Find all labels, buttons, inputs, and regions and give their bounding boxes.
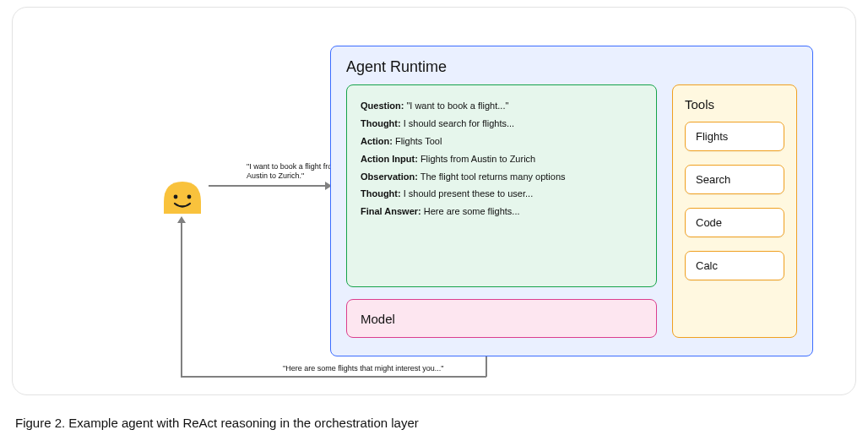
reasoning-box: Question: "I want to book a flight..." T… bbox=[346, 84, 657, 287]
reasoning-row: Question: "I want to book a flight..." bbox=[361, 97, 643, 115]
reasoning-row: Final Answer: Here are some flights... bbox=[361, 203, 643, 220]
tool-item-code: Code bbox=[685, 208, 784, 237]
reasoning-row: Observation: The flight tool returns man… bbox=[361, 168, 643, 186]
tools-title: Tools bbox=[685, 97, 784, 112]
reasoning-row: Action Input: Flights from Austin to Zur… bbox=[361, 150, 643, 168]
tool-item-flights: Flights bbox=[685, 122, 784, 151]
arrow-return-v1 bbox=[486, 356, 487, 377]
arrow-to-runtime bbox=[209, 185, 325, 187]
user-prompt-text: "I want to book a flight from Austin to … bbox=[247, 162, 344, 182]
model-box: Model bbox=[346, 299, 657, 338]
figure-caption: Figure 2. Example agent with ReAct reaso… bbox=[15, 416, 419, 430]
tool-item-calc: Calc bbox=[685, 251, 784, 280]
user-face-icon bbox=[160, 177, 204, 214]
reasoning-row: Thought: I should present these to user.… bbox=[361, 185, 643, 203]
reasoning-row: Action: Flights Tool bbox=[361, 133, 643, 150]
tools-box: Tools Flights Search Code Calc bbox=[672, 84, 797, 338]
arrow-return-head bbox=[177, 216, 186, 223]
svg-point-1 bbox=[187, 195, 192, 199]
agent-runtime-title: Agent Runtime bbox=[346, 58, 797, 76]
tool-item-search: Search bbox=[685, 165, 784, 194]
agent-runtime-box: Agent Runtime Question: "I want to book … bbox=[330, 46, 813, 356]
figure-frame: "I want to book a flight from Austin to … bbox=[12, 7, 856, 395]
response-text: "Here are some flights that might intere… bbox=[283, 364, 443, 373]
reasoning-row: Thought: I should search for flights... bbox=[361, 115, 643, 133]
arrow-return-v2 bbox=[181, 222, 182, 377]
arrow-return-h bbox=[181, 376, 486, 378]
svg-point-0 bbox=[174, 195, 178, 199]
